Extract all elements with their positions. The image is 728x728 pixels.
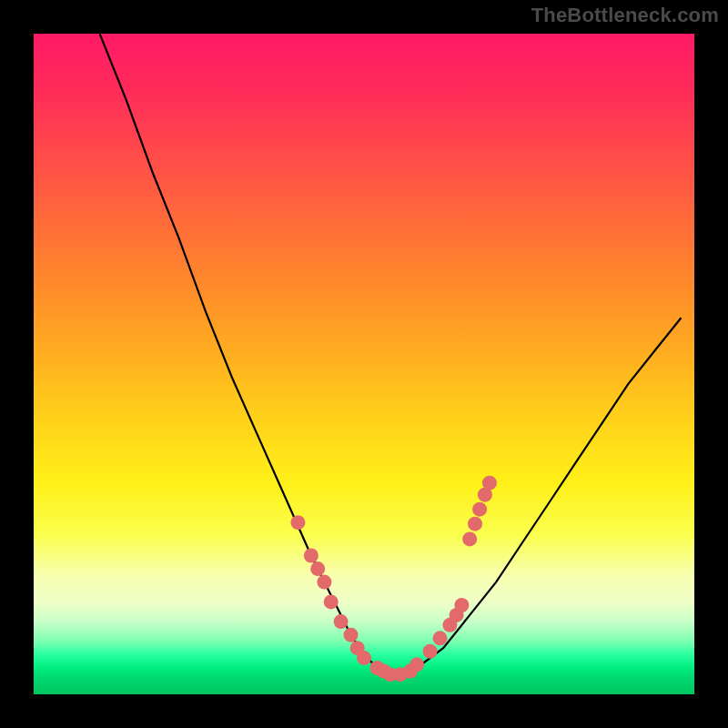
curve-path (100, 34, 682, 674)
marker-dot (410, 657, 424, 672)
marker-dot (482, 476, 497, 490)
marker-dot (462, 531, 477, 546)
marker-dot (344, 628, 359, 642)
marker-dot (423, 644, 438, 659)
marker-dot (290, 515, 305, 530)
marker-dot (472, 502, 487, 517)
highlight-markers (290, 476, 497, 682)
bottleneck-curve (100, 34, 682, 674)
marker-dot (454, 598, 469, 612)
plot-area (34, 34, 694, 694)
marker-dot (304, 549, 318, 563)
marker-dot (310, 561, 325, 576)
marker-dot (433, 631, 448, 645)
marker-dot (468, 517, 482, 531)
marker-dot (317, 575, 331, 590)
chart-svg (34, 34, 694, 694)
marker-dot (357, 651, 371, 665)
marker-dot (324, 594, 339, 609)
marker-dot (334, 614, 349, 629)
chart-frame: TheBottleneck.com (0, 0, 728, 728)
watermark-text: TheBottleneck.com (531, 4, 719, 27)
